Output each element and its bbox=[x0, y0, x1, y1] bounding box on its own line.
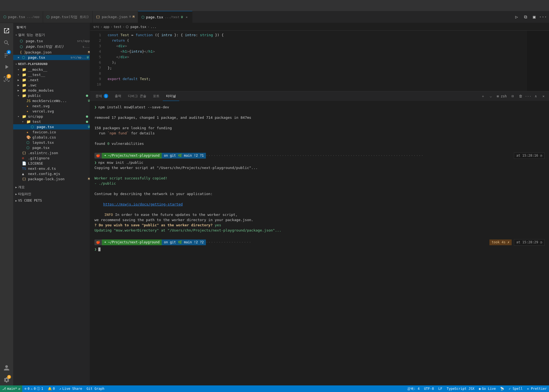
editor-tab-tab3[interactable]: {} package.json M M bbox=[93, 11, 138, 23]
accounts-icon[interactable] bbox=[1, 362, 12, 373]
open-file-1[interactable]: ⬡ page.tsx src/app bbox=[13, 38, 90, 44]
errors-status[interactable]: ⊘ 0 ⚠ 0 ⓘ 1 bbox=[22, 385, 45, 392]
tree-item--eslintrc-json[interactable]: {} .eslintrc.json bbox=[13, 150, 90, 156]
prettier-label: ✦ Prettier bbox=[527, 387, 547, 391]
more-actions-button[interactable]: ··· bbox=[539, 13, 547, 21]
terminal-more-button[interactable]: ··· bbox=[525, 93, 531, 100]
bc-app[interactable]: app bbox=[103, 25, 110, 29]
broadcast-status[interactable]: 📡 bbox=[498, 385, 506, 392]
project-section[interactable]: ▾ NEXT-PLAYGROUND bbox=[13, 61, 90, 67]
live-share-status[interactable]: ↗ Live Share bbox=[57, 385, 84, 392]
editor-tab-tab2[interactable]: ⬡ page.tsx(작업 트리) bbox=[43, 11, 93, 23]
open-file-3[interactable]: { } package.json M bbox=[13, 50, 90, 55]
tree-item-page-tsx[interactable]: ⬡ page.tsx bbox=[13, 145, 90, 150]
terminal-split-button[interactable]: ⌵ bbox=[488, 93, 494, 100]
tree-item--next[interactable]: ▶ 📁 .next bbox=[13, 77, 90, 83]
tab-icon: {} bbox=[96, 15, 100, 19]
terminal-content[interactable]: ❯npm install msw@latest --save-dev remov… bbox=[90, 101, 549, 385]
term-path-2: ➜ ~/Projects/next-playground bbox=[102, 239, 162, 245]
problems-badge: 1 bbox=[104, 94, 108, 98]
tree-item-LICENSE[interactable]: 📄 LICENSE bbox=[13, 161, 90, 166]
layout-button[interactable]: ▣ bbox=[530, 13, 538, 21]
timeline-section[interactable]: ▶ 타임라인 bbox=[13, 191, 90, 198]
terminal-maximize-button[interactable]: ⊟ bbox=[509, 93, 516, 100]
terminal-trash-button[interactable]: 🗑 bbox=[517, 93, 524, 100]
tree-item-next-svg[interactable]: ✦ next.svg bbox=[13, 103, 90, 109]
extensions-icon[interactable]: 3 bbox=[1, 74, 12, 84]
tree-item-node-modules[interactable]: ▶ 📁 node_modules bbox=[13, 88, 90, 93]
spell-status[interactable]: ✓ Spell bbox=[506, 385, 525, 392]
run-button[interactable]: ▷ bbox=[513, 13, 520, 21]
term-dots-1: ········································… bbox=[206, 153, 514, 158]
prettier-status[interactable]: ✦ Prettier bbox=[525, 385, 549, 392]
tree-item-mockServiceWo---[interactable]: JS mockServiceWo... U bbox=[13, 98, 90, 103]
outline-section[interactable]: ▶ 개요 bbox=[13, 184, 90, 191]
tab-output[interactable]: 출력 bbox=[111, 91, 125, 101]
editor-tab-tab1[interactable]: ⬡ page.tsx .../app bbox=[0, 11, 43, 23]
panel-move-up[interactable]: ∧ bbox=[533, 93, 539, 100]
go-live-status[interactable]: ◉ Go Live bbox=[477, 385, 498, 392]
tab-terminal[interactable]: 터미널 bbox=[163, 91, 179, 101]
tree-item-page-tsx[interactable]: ⬡ page.tsx U bbox=[13, 124, 90, 129]
run-debug-icon[interactable] bbox=[1, 61, 12, 72]
bc-file[interactable]: ⬡ page.tsx bbox=[126, 25, 146, 29]
tab-debug-console[interactable]: 디버그 콘솔 bbox=[125, 91, 150, 101]
tree-item-layout-tsx[interactable]: ⬡ layout.tsx bbox=[13, 140, 90, 145]
tree-item--swc[interactable]: ▶ 📁 .swc bbox=[13, 83, 90, 88]
explorer-icon[interactable] bbox=[1, 25, 12, 36]
tab-label: page.tsx bbox=[8, 15, 25, 19]
encoding-label: UTF-8 bbox=[424, 387, 434, 391]
bc-src[interactable]: src bbox=[93, 25, 99, 29]
search-icon[interactable] bbox=[1, 37, 12, 48]
code-content[interactable]: const Test = function ({ intro }: { intr… bbox=[103, 31, 527, 91]
language-status[interactable]: TypeScript JSX bbox=[444, 385, 477, 392]
branch-status[interactable]: ⎇ main* ↺ bbox=[0, 385, 22, 392]
project-name: NEXT-PLAYGROUND bbox=[18, 62, 48, 66]
file-type-icon: ⬡ bbox=[26, 140, 31, 145]
panel-close-button[interactable]: ✕ bbox=[540, 93, 547, 100]
tree-item-package-lock-json[interactable]: {} package-lock.json M bbox=[13, 176, 90, 182]
tsx-icon: ⬡ bbox=[20, 39, 25, 43]
open-editors-section[interactable]: ▾ 열려 있는 편집기 bbox=[13, 32, 90, 38]
encoding-status[interactable]: UTF-8 bbox=[422, 385, 436, 392]
close-icon[interactable]: ✕ bbox=[18, 56, 22, 59]
split-editor-button[interactable]: ⧉ bbox=[522, 13, 529, 21]
tree-item-vercel-svg[interactable]: ✦ vercel.svg bbox=[13, 109, 90, 114]
tree-item-next-env-d-ts[interactable]: TS next-env.d.ts bbox=[13, 166, 90, 171]
open-file-4[interactable]: ✕ ⬡ page.tsx src/ap... U bbox=[13, 55, 90, 60]
tab-problems[interactable]: 문제 1 bbox=[92, 91, 111, 101]
term-line-funding: 158 packages are looking for funding bbox=[94, 125, 545, 131]
editor-tab-tab4[interactable]: ⬡ page.tsx .../test U ✕ bbox=[138, 11, 192, 23]
spaces-status[interactable]: 공백: 4 bbox=[405, 385, 422, 392]
tab-ports[interactable]: 포트 bbox=[150, 91, 163, 101]
tree-item--gitignore[interactable]: ⊘ .gitignore bbox=[13, 156, 90, 161]
code-line-3: <div> bbox=[108, 43, 527, 49]
settings-icon[interactable]: 1 bbox=[1, 374, 12, 385]
tab-close-btn[interactable]: ✕ bbox=[184, 15, 189, 19]
tree-item---mocks--[interactable]: ▾ 📁 __mocks__ bbox=[13, 67, 90, 72]
open-file-2[interactable]: ⬡ page.tsx(작업 트리) s... bbox=[13, 44, 90, 50]
term-cursor-line[interactable]: ❯ bbox=[94, 247, 545, 252]
line-ending-status[interactable]: LF bbox=[436, 385, 444, 392]
tree-item-src-app[interactable]: ▾ 📁 src/app bbox=[13, 114, 90, 119]
code-editor[interactable]: 12345 678910 const Test = function ({ in… bbox=[90, 31, 549, 91]
notifications-status[interactable]: 🔔 0 bbox=[46, 385, 57, 392]
term-line-info2: we recommend saving the path to the work… bbox=[94, 217, 545, 222]
term-path-1: ➜ ~/Projects/next-playground bbox=[102, 153, 162, 159]
tree-item-favicon-ico[interactable]: ★ favicon.ico bbox=[13, 129, 90, 135]
git-graph-status[interactable]: Git Graph bbox=[84, 385, 107, 392]
source-control-icon[interactable]: 4 bbox=[1, 49, 12, 60]
bc-test[interactable]: test bbox=[114, 25, 122, 29]
code-line-4: <h1>{intro}</h1> bbox=[108, 49, 527, 54]
new-terminal-button[interactable]: ＋ bbox=[480, 93, 486, 100]
tree-arrow: ▶ bbox=[18, 84, 22, 87]
tree-item---test--[interactable]: ▾ 📁 __test__ bbox=[13, 72, 90, 77]
tree-item-name: test bbox=[32, 120, 86, 124]
file-type-icon: {} bbox=[22, 177, 27, 181]
tree-item-globals-css[interactable]: 🎨 globals.css bbox=[13, 135, 90, 140]
tree-item-test[interactable]: ▾ 📁 test bbox=[13, 119, 90, 124]
tree-item-next-config-mjs[interactable]: ▲ next.config.mjs bbox=[13, 171, 90, 176]
vs-code-pets-section[interactable]: ▶ VS CODE PETS bbox=[13, 198, 90, 204]
tree-item-public[interactable]: ▾ 📁 public bbox=[13, 93, 90, 98]
bc-more[interactable]: ... bbox=[150, 25, 156, 29]
